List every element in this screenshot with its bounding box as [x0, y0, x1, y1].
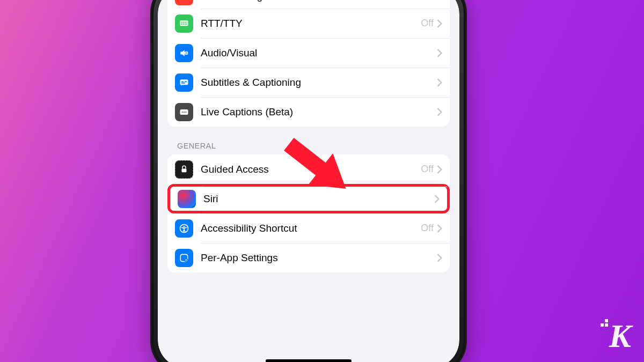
row-value: Off [421, 0, 434, 2]
site-watermark: K [609, 319, 630, 352]
row-accessibility-shortcut[interactable]: Accessibility Shortcut Off [167, 213, 450, 243]
live-captions-icon [175, 103, 193, 121]
svg-rect-12 [180, 79, 188, 85]
row-label: Per-App Settings [201, 252, 437, 264]
svg-rect-5 [186, 24, 187, 25]
chevron-right-icon [437, 254, 442, 262]
row-value: Off [421, 223, 434, 234]
chevron-right-icon [437, 49, 442, 57]
svg-rect-9 [186, 21, 187, 23]
svg-rect-14 [185, 81, 187, 82]
chevron-right-icon [437, 0, 442, 1]
settings-screen: Sound Recognition Off RTT/TTY Off [158, 0, 459, 362]
svg-rect-1 [180, 20, 188, 26]
row-value: Off [421, 18, 434, 29]
svg-rect-8 [185, 21, 186, 23]
guided-access-icon [175, 160, 193, 179]
row-label: Sound Recognition [201, 0, 421, 2]
sound-recognition-icon [175, 0, 193, 5]
chevron-right-icon [437, 108, 442, 116]
row-label: Subtitles & Captioning [201, 77, 437, 88]
subtitles-icon [175, 73, 193, 92]
watermark-letter: K [609, 317, 630, 354]
row-audio-visual[interactable]: Audio/Visual [167, 38, 450, 68]
section-hearing: Sound Recognition Off RTT/TTY Off [167, 0, 450, 127]
row-subtitles-captioning[interactable]: Subtitles & Captioning [167, 68, 450, 97]
row-per-app-settings[interactable]: Per-App Settings [167, 243, 450, 272]
svg-rect-20 [182, 168, 187, 172]
row-label: Siri [203, 193, 434, 205]
siri-icon [178, 190, 196, 208]
section-general: Guided Access Off Siri Accessibility Sho… [167, 154, 450, 272]
svg-point-11 [186, 53, 187, 54]
svg-rect-2 [181, 24, 182, 25]
phone-mock: Sound Recognition Off RTT/TTY Off [150, 0, 467, 362]
rtt-tty-icon [175, 14, 193, 33]
svg-rect-7 [183, 21, 185, 23]
svg-point-18 [184, 111, 185, 112]
row-label: Live Captions (Beta) [201, 106, 437, 118]
row-guided-access[interactable]: Guided Access Off [167, 154, 450, 184]
svg-point-22 [184, 225, 185, 227]
row-siri[interactable]: Siri [167, 184, 450, 213]
row-sound-recognition[interactable]: Sound Recognition Off [167, 0, 450, 9]
svg-point-19 [185, 111, 186, 112]
audio-visual-icon [175, 44, 193, 62]
svg-point-17 [182, 111, 183, 112]
watermark-dots-icon [601, 319, 610, 329]
row-label: Guided Access [201, 164, 421, 175]
home-indicator[interactable] [266, 359, 352, 362]
row-label: RTT/TTY [201, 18, 421, 29]
svg-rect-6 [181, 21, 182, 23]
chevron-right-icon [437, 224, 442, 233]
row-live-captions[interactable]: Live Captions (Beta) [167, 97, 450, 127]
svg-rect-13 [181, 81, 184, 82]
svg-rect-15 [181, 83, 185, 84]
chevron-right-icon [434, 195, 440, 203]
chevron-right-icon [437, 19, 442, 28]
section-header-general: General [177, 142, 440, 150]
row-label: Accessibility Shortcut [201, 223, 421, 234]
accessibility-shortcut-icon [175, 219, 193, 238]
svg-rect-4 [185, 24, 186, 25]
chevron-right-icon [437, 78, 442, 87]
chevron-right-icon [437, 165, 442, 174]
svg-rect-3 [183, 24, 185, 25]
row-rtt-tty[interactable]: RTT/TTY Off [167, 9, 450, 38]
row-value: Off [421, 164, 434, 175]
row-label: Audio/Visual [201, 47, 437, 59]
per-app-settings-icon [175, 249, 193, 267]
